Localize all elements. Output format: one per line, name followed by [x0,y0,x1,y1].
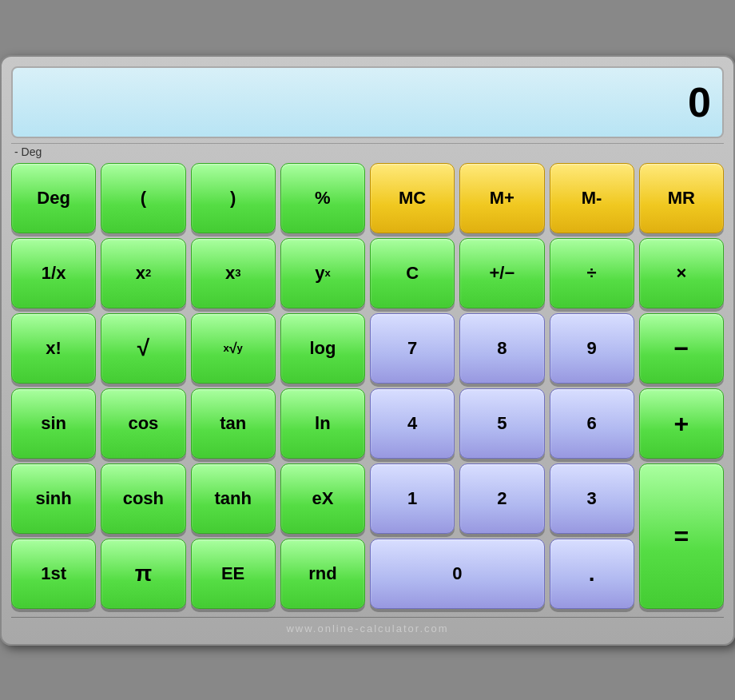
plus-button[interactable]: + [639,388,724,459]
mplus-button[interactable]: M+ [459,163,544,233]
sinh-button[interactable]: sinh [11,463,96,534]
xrooty-button[interactable]: x√y [191,313,276,384]
six-button[interactable]: 6 [550,388,634,459]
five-button[interactable]: 5 [459,388,544,459]
cos-button[interactable]: cos [101,388,185,459]
sin-button[interactable]: sin [11,388,96,459]
power-button[interactable]: yx [280,238,365,308]
cosh-button[interactable]: cosh [101,463,185,534]
pi-button[interactable]: π [101,539,185,609]
deg-button[interactable]: Deg [11,163,96,233]
ex-button[interactable]: eX [280,463,365,534]
tanh-button[interactable]: tanh [191,463,276,534]
ln-button[interactable]: ln [280,388,365,459]
mr-button[interactable]: MR [639,163,724,233]
rnd-button[interactable]: rnd [280,539,365,609]
minus-button[interactable]: − [639,313,724,384]
first-button[interactable]: 1st [11,539,96,609]
two-button[interactable]: 2 [459,463,544,534]
eight-button[interactable]: 8 [459,313,544,384]
open-paren-button[interactable]: ( [101,163,185,233]
plusminus-button[interactable]: +/− [459,238,544,308]
buttons-grid: Deg ( ) % MC M+ M- MR 1/x x2 x3 yx C +/−… [11,163,724,609]
three-button[interactable]: 3 [550,463,634,534]
equals-button[interactable]: = [639,463,724,609]
clear-button[interactable]: C [370,238,455,308]
cube-button[interactable]: x3 [191,238,276,308]
percent-button[interactable]: % [280,163,365,233]
mminus-button[interactable]: M- [550,163,634,233]
deg-label: - Deg [11,143,724,158]
one-button[interactable]: 1 [370,463,455,534]
decimal-button[interactable]: . [550,539,634,609]
nine-button[interactable]: 9 [550,313,634,384]
multiply-button[interactable]: × [639,238,724,308]
zero-button[interactable]: 0 [370,539,545,609]
square-button[interactable]: x2 [101,238,185,308]
sqrt-button[interactable]: √ [101,313,185,384]
calculator: 0 - Deg Deg ( ) % MC M+ M- MR 1/x x2 x3 … [0,55,735,646]
close-paren-button[interactable]: ) [191,163,276,233]
four-button[interactable]: 4 [370,388,455,459]
footer: www.online-calculator.com [11,617,724,634]
divide-button[interactable]: ÷ [550,238,634,308]
log-button[interactable]: log [280,313,365,384]
ee-button[interactable]: EE [191,539,276,609]
display: 0 [11,66,724,138]
mc-button[interactable]: MC [370,163,455,233]
tan-button[interactable]: tan [191,388,276,459]
seven-button[interactable]: 7 [370,313,455,384]
display-value: 0 [688,78,711,126]
factorial-button[interactable]: x! [11,313,96,384]
reciprocal-button[interactable]: 1/x [11,238,96,308]
